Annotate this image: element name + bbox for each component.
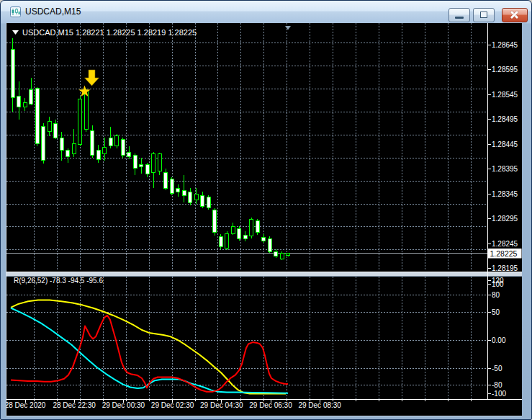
candle bbox=[274, 249, 278, 258]
candle bbox=[201, 192, 204, 208]
indicator-axis-label: -50 bbox=[492, 365, 502, 372]
candle bbox=[72, 129, 76, 157]
current-price-text: 1.28225 bbox=[490, 249, 518, 258]
minimize-button[interactable] bbox=[448, 8, 470, 22]
annotations bbox=[78, 70, 99, 97]
candle bbox=[11, 38, 14, 112]
indicator-label-text: R(9,26,52) -78.3 -94.5 -95.6 bbox=[14, 277, 103, 285]
candle bbox=[176, 184, 180, 197]
chart-window: USDCAD,M15 1.286451.285951.285451.284951… bbox=[0, 0, 532, 420]
window-title: USDCAD,M15 bbox=[25, 6, 81, 17]
price-axis-label: 1.28245 bbox=[492, 240, 518, 248]
candle bbox=[250, 218, 253, 238]
candle bbox=[17, 81, 21, 120]
time-axis-label: 29 Dec 04:30 bbox=[200, 401, 243, 409]
price-axis-label: 1.28295 bbox=[492, 215, 518, 223]
candle bbox=[207, 195, 210, 210]
grid-lines bbox=[6, 23, 487, 399]
candle bbox=[256, 219, 259, 236]
price-axis-label: 1.28595 bbox=[492, 66, 518, 73]
candle bbox=[238, 226, 241, 241]
candle bbox=[213, 208, 217, 236]
candle bbox=[103, 138, 107, 161]
candle bbox=[164, 169, 168, 190]
time-axis-label: 28 Dec 2020 bbox=[6, 401, 46, 409]
candle bbox=[54, 120, 58, 139]
price-axis-label: 1.28545 bbox=[492, 91, 518, 99]
candle bbox=[60, 132, 63, 161]
indicator-level-lines bbox=[6, 295, 487, 385]
candle bbox=[268, 236, 271, 253]
candle bbox=[189, 188, 192, 205]
candle bbox=[23, 98, 27, 111]
time-scale[interactable]: 28 Dec 202028 Dec 22:3029 Dec 00:3029 De… bbox=[6, 399, 471, 409]
indicator-axis-label: 80 bbox=[492, 291, 500, 299]
indicator-axis-label: 50 bbox=[492, 308, 500, 316]
candle bbox=[66, 148, 70, 163]
candle bbox=[182, 175, 186, 203]
candle bbox=[158, 153, 161, 175]
candle bbox=[152, 152, 155, 188]
indicator-axis-label: 0.00 bbox=[492, 336, 506, 344]
indicator-line-slow bbox=[11, 300, 286, 394]
indicator-axis-label: -100 bbox=[492, 390, 506, 398]
price-axis-label: 1.28445 bbox=[492, 140, 518, 148]
current-price-box: 1.28225 bbox=[488, 249, 522, 259]
time-axis-label: 29 Dec 06:30 bbox=[249, 401, 292, 409]
indicator-axis-label: 100 bbox=[492, 280, 504, 288]
candle bbox=[96, 145, 100, 163]
price-axis-label: 1.28395 bbox=[492, 165, 518, 173]
price-axis-label: 1.28645 bbox=[492, 41, 518, 49]
candle bbox=[115, 134, 119, 148]
indicator-axis-label: -80 bbox=[492, 381, 502, 389]
time-axis-label: 29 Dec 08:30 bbox=[298, 401, 341, 409]
candle bbox=[30, 78, 33, 105]
candle bbox=[133, 153, 137, 175]
chart-icon bbox=[10, 6, 21, 17]
yellow-down-arrow-annotation bbox=[85, 70, 99, 86]
candle bbox=[262, 234, 266, 243]
candle bbox=[35, 87, 39, 146]
price-axis-label: 1.28195 bbox=[492, 264, 518, 272]
close-button[interactable] bbox=[502, 8, 528, 22]
candle bbox=[145, 163, 149, 177]
symbol-dropdown-icon[interactable] bbox=[12, 30, 19, 35]
symbol-ohlc-line: USDCAD,M15 1.28221 1.28225 1.28219 1.282… bbox=[12, 28, 197, 37]
shift-marker-icon bbox=[285, 26, 291, 30]
candle bbox=[78, 97, 82, 146]
candle bbox=[287, 254, 290, 256]
time-axis-label: 29 Dec 02:30 bbox=[151, 401, 194, 409]
candle bbox=[225, 231, 229, 250]
candle bbox=[170, 177, 173, 196]
candle bbox=[48, 117, 51, 136]
price-axis-label: 1.28345 bbox=[492, 190, 518, 198]
chart-client-area[interactable]: 1.286451.285951.285451.284951.284451.283… bbox=[6, 23, 522, 416]
price-scale[interactable]: 1.286451.285951.285451.284951.284451.283… bbox=[487, 41, 518, 273]
candle bbox=[109, 127, 112, 148]
restore-button[interactable] bbox=[473, 8, 495, 22]
candle bbox=[243, 231, 247, 241]
candle bbox=[121, 138, 125, 158]
pane-splitter[interactable] bbox=[6, 272, 522, 277]
candle bbox=[42, 123, 45, 164]
chart-canvas[interactable]: 1.286451.285951.285451.284951.284451.283… bbox=[6, 23, 522, 416]
time-axis-label: 29 Dec 00:30 bbox=[102, 401, 145, 409]
candle bbox=[219, 234, 222, 249]
price-axis-label: 1.28495 bbox=[492, 115, 518, 123]
indicator-scale[interactable]: 12010080500.00-50-80-100 bbox=[487, 277, 506, 398]
indicator-label: R(9,26,52) -78.3 -94.5 -95.6 bbox=[14, 277, 103, 285]
time-axis-label: 28 Dec 22:30 bbox=[53, 401, 96, 409]
candle bbox=[140, 158, 143, 174]
candle bbox=[127, 146, 131, 160]
candle bbox=[231, 223, 235, 235]
title-bar[interactable]: USDCAD,M15 bbox=[1, 1, 531, 23]
candle bbox=[280, 251, 284, 260]
symbol-ohlc-text: USDCAD,M15 1.28221 1.28225 1.28219 1.282… bbox=[22, 28, 197, 37]
candle bbox=[91, 125, 94, 158]
